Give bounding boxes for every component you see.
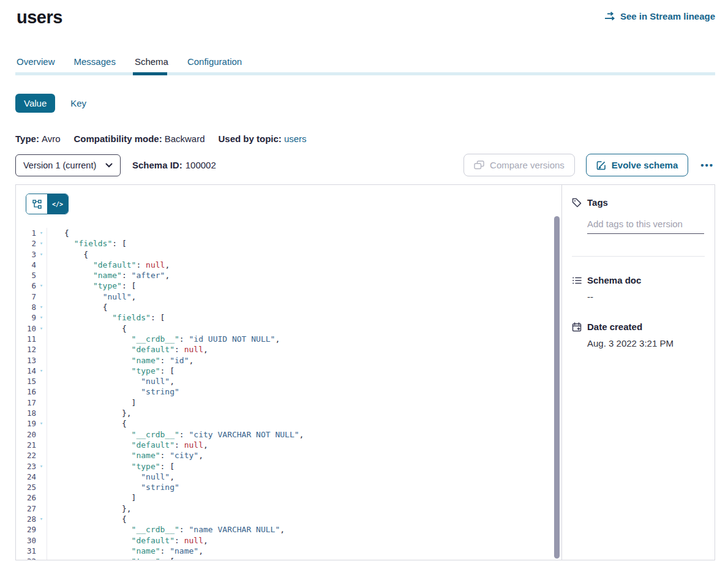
fold-arrow-icon[interactable]: ▾ [36, 249, 47, 260]
line-number: 15 [16, 376, 36, 386]
code-lines: 1▾{2▾ "fields": [3▾ {4 "default": null,5… [16, 228, 561, 560]
line-number: 25 [16, 482, 36, 492]
scrollbar-thumb[interactable] [554, 216, 560, 559]
code-line: 9▾ "fields": [ [16, 312, 561, 323]
code-line: 7 "null", [16, 292, 561, 302]
fold-arrow-icon[interactable]: ▾ [36, 418, 47, 429]
fold-spacer [36, 386, 47, 397]
code-line: 3▾ { [16, 249, 561, 260]
schema-card: </> 1▾{2▾ "fields": [3▾ {4 "default": nu… [15, 184, 715, 560]
line-number: 9 [16, 312, 36, 323]
code-text: "null", [47, 376, 174, 386]
more-actions-button[interactable]: ••• [699, 157, 715, 173]
code-text: "name": "name", [47, 546, 203, 556]
used-by-topic-field: Used by topic:users [219, 134, 307, 145]
code-line: 19▾ { [16, 418, 561, 429]
code-text: { [47, 249, 88, 260]
tab-schema[interactable]: Schema [135, 56, 168, 72]
line-number: 13 [16, 355, 36, 366]
fold-spacer [36, 546, 47, 556]
line-number: 16 [16, 386, 36, 397]
fold-arrow-icon[interactable]: ▾ [36, 238, 47, 249]
tab-messages[interactable]: Messages [74, 56, 116, 72]
fold-arrow-icon[interactable]: ▾ [36, 323, 47, 334]
compare-versions-button[interactable]: Compare versions [463, 154, 575, 176]
code-text: ] [47, 397, 136, 408]
line-number: 17 [16, 397, 36, 408]
see-in-stream-lineage-link[interactable]: See in Stream lineage [604, 11, 715, 21]
fold-arrow-icon[interactable]: ▾ [36, 461, 47, 472]
code-line: 1▾{ [16, 228, 561, 238]
line-number: 2 [16, 238, 36, 249]
fold-arrow-icon[interactable]: ▾ [36, 556, 47, 560]
code-text: "__crdb__": "name VARCHAR NULL", [47, 524, 285, 535]
line-number: 18 [16, 408, 36, 418]
code-text: "name": "city", [47, 450, 203, 461]
key-toggle-button[interactable]: Key [70, 98, 86, 108]
fold-spacer [36, 334, 47, 344]
fold-arrow-icon[interactable]: ▾ [36, 366, 47, 376]
code-text: { [47, 514, 127, 524]
code-line: 24 "null", [16, 472, 561, 482]
fold-spacer [36, 535, 47, 546]
page-title: users [15, 7, 62, 28]
fold-spacer [36, 429, 47, 440]
value-toggle-button[interactable]: Value [15, 94, 55, 113]
code-line: 2▾ "fields": [ [16, 238, 561, 249]
tab-bar: Overview Messages Schema Configuration [15, 56, 715, 72]
code-text: ] [47, 492, 136, 503]
code-line: 4 "default": null, [16, 260, 561, 270]
line-number: 24 [16, 472, 36, 482]
versions-icon [474, 160, 484, 170]
fold-spacer [36, 270, 47, 280]
fold-spacer [36, 397, 47, 408]
tags-section-header: Tags [572, 197, 705, 208]
version-select[interactable]: Version 1 (current) [15, 154, 121, 176]
code-text: "__crdb__": "city VARCHAR NOT NULL", [47, 429, 304, 440]
line-number: 10 [16, 323, 36, 334]
code-line: 16 "string" [16, 386, 561, 397]
line-number: 23 [16, 461, 36, 472]
code-line: 27 }, [16, 503, 561, 514]
code-line: 21 "default": null, [16, 440, 561, 450]
tab-overview[interactable]: Overview [17, 56, 55, 72]
line-number: 22 [16, 450, 36, 461]
tab-configuration[interactable]: Configuration [187, 56, 242, 72]
code-line: 22 "name": "city", [16, 450, 561, 461]
fold-spacer [36, 503, 47, 514]
fold-spacer [36, 376, 47, 386]
fold-arrow-icon[interactable]: ▾ [36, 312, 47, 323]
code-text: "type": [ [47, 461, 174, 472]
calendar-icon [572, 322, 582, 332]
schema-view-toggle: </> [26, 194, 69, 214]
code-line: 5 "name": "after", [16, 270, 561, 280]
code-view-button[interactable]: </> [47, 194, 68, 214]
code-text: { [47, 302, 107, 312]
code-line: 31 "name": "name", [16, 546, 561, 556]
evolve-schema-button[interactable]: Evolve schema [586, 154, 688, 176]
code-line: 17 ] [16, 397, 561, 408]
code-line: 29 "__crdb__": "name VARCHAR NULL", [16, 524, 561, 535]
line-number: 12 [16, 344, 36, 355]
add-tags-input[interactable] [587, 219, 704, 234]
date-created-section-header: Date created [572, 322, 705, 332]
code-text: "default": null, [47, 535, 208, 546]
code-text: "__crdb__": "id UUID NOT NULL", [47, 334, 280, 344]
code-text: "type": [ [47, 556, 174, 560]
tag-icon [572, 198, 582, 208]
line-number: 19 [16, 418, 36, 429]
line-number: 30 [16, 535, 36, 546]
fold-arrow-icon[interactable]: ▾ [36, 514, 47, 524]
line-number: 32 [16, 556, 36, 560]
schema-doc-section-header: Schema doc [572, 275, 705, 285]
topic-link[interactable]: users [284, 134, 307, 144]
schema-meta: Type:Avro Compatibility mode:Backward Us… [15, 134, 715, 145]
fold-arrow-icon[interactable]: ▾ [36, 302, 47, 312]
schema-editor: 1▾{2▾ "fields": [3▾ {4 "default": null,5… [16, 228, 561, 560]
fold-spacer [36, 260, 47, 270]
code-view-icon: </> [52, 201, 63, 208]
line-number: 4 [16, 260, 36, 270]
fold-arrow-icon[interactable]: ▾ [36, 228, 47, 238]
fold-arrow-icon[interactable]: ▾ [36, 280, 47, 291]
tree-view-button[interactable] [26, 194, 47, 214]
